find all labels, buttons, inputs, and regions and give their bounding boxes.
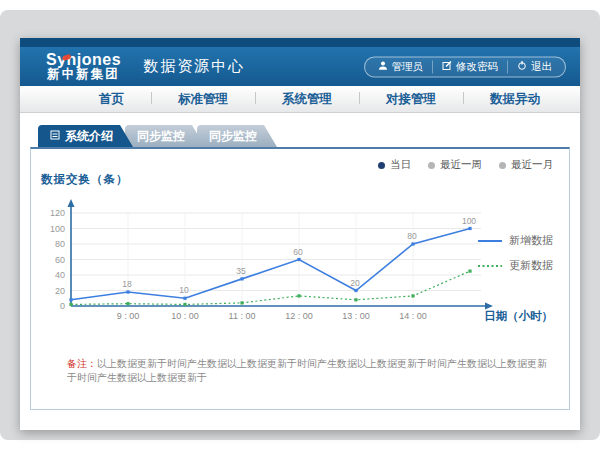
svg-text:80: 80: [55, 239, 65, 249]
nav-item-4[interactable]: 数据异动: [463, 91, 567, 108]
user-menu: 管理员修改密码退出: [364, 56, 567, 77]
svg-text:80: 80: [407, 231, 417, 241]
filter-label: 最近一周: [440, 158, 482, 172]
footer-note: 备注：以上数据更新于时间产生数据以上数据更新于时间产生数据以上数据更新于时间产生…: [67, 357, 547, 385]
top-strip: [20, 38, 580, 47]
filter-2[interactable]: 最近一月: [499, 158, 553, 172]
filter-label: 当日: [390, 158, 411, 172]
tab-bar: 系统介绍同步监控同步监控: [20, 125, 580, 147]
y-axis-title: 数据交换（条）: [41, 172, 129, 187]
svg-text:13 : 00: 13 : 00: [342, 311, 370, 321]
user-menu-label: 修改密码: [456, 60, 498, 74]
line-chart: 0204060801001209 : 0010 : 0011 : 0012 : …: [41, 191, 499, 323]
legend-line-sample: [478, 263, 502, 269]
tab-label: 同步监控: [209, 128, 257, 145]
radio-selected-icon: [378, 162, 385, 169]
svg-text:0: 0: [60, 301, 65, 311]
svg-text:40: 40: [55, 270, 65, 280]
content-panel: 当日最近一周最近一月 数据交换（条） 0204060801001209 : 00…: [30, 147, 570, 410]
nav-item-3[interactable]: 对接管理: [359, 91, 463, 108]
nav-item-0[interactable]: 首页: [72, 91, 151, 108]
radio-icon: [428, 162, 435, 169]
svg-text:60: 60: [55, 255, 65, 265]
tab-0[interactable]: 系统介绍: [38, 125, 133, 147]
svg-text:18: 18: [122, 279, 132, 289]
note-text: 以上数据更新于时间产生数据以上数据更新于时间产生数据以上数据更新于时间产生数据以…: [67, 358, 547, 383]
radio-icon: [499, 162, 506, 169]
main-nav: 首页标准管理系统管理对接管理数据异动: [20, 86, 580, 113]
app-header: Synjones 新中新集团 数据资源中心 管理员修改密码退出: [20, 47, 580, 86]
user-menu-item-0[interactable]: 管理员: [369, 60, 433, 73]
tab-label: 同步监控: [137, 128, 185, 145]
chart-container: 0204060801001209 : 0010 : 0011 : 0012 : …: [41, 191, 499, 327]
legend-label: 更新数据: [509, 258, 553, 273]
tab-label: 系统介绍: [65, 128, 113, 145]
time-range-filters: 当日最近一周最近一月: [378, 158, 553, 172]
svg-text:14 : 00: 14 : 00: [399, 311, 427, 321]
svg-text:100: 100: [462, 216, 476, 226]
svg-text:20: 20: [350, 278, 360, 288]
filter-label: 最近一月: [511, 158, 553, 172]
svg-text:12 : 00: 12 : 00: [285, 311, 313, 321]
legend-label: 新增数据: [509, 233, 553, 248]
legend-entry-1[interactable]: 更新数据: [478, 258, 553, 273]
legend-line-sample: [478, 238, 502, 244]
legend-entry-0[interactable]: 新增数据: [478, 233, 553, 248]
brand-logo-en: Synjones: [46, 52, 121, 69]
svg-text:35: 35: [236, 266, 246, 276]
svg-text:60: 60: [293, 247, 303, 257]
chart-legend: 新增数据更新数据: [478, 233, 553, 273]
user-icon: [378, 61, 388, 73]
x-axis-title: 日期（小时）: [484, 309, 553, 324]
svg-text:11 : 00: 11 : 00: [229, 311, 256, 321]
logout-icon: [517, 61, 527, 73]
user-menu-item-2[interactable]: 退出: [507, 60, 561, 73]
user-menu-label: 退出: [531, 60, 552, 74]
brand-logo-cn: 新中新集团: [46, 68, 121, 81]
user-menu-item-1[interactable]: 修改密码: [432, 60, 507, 73]
note-label: 备注：: [67, 358, 97, 369]
nav-item-1[interactable]: 标准管理: [151, 91, 255, 108]
tab-2[interactable]: 同步监控: [197, 125, 277, 147]
filter-1[interactable]: 最近一周: [428, 158, 482, 172]
app-window: Synjones 新中新集团 数据资源中心 管理员修改密码退出 首页标准管理系统…: [20, 38, 580, 430]
edit-icon: [442, 61, 452, 73]
svg-text:10: 10: [179, 285, 189, 295]
page-title: 数据资源中心: [143, 57, 245, 76]
nav-item-2[interactable]: 系统管理: [255, 91, 359, 108]
tab-1[interactable]: 同步监控: [125, 125, 205, 147]
svg-text:10 : 00: 10 : 00: [171, 311, 199, 321]
svg-text:9 : 00: 9 : 00: [117, 311, 140, 321]
svg-text:120: 120: [50, 208, 65, 218]
filter-0[interactable]: 当日: [378, 158, 411, 172]
svg-text:100: 100: [50, 224, 65, 234]
brand-logo: Synjones 新中新集团: [46, 52, 121, 82]
doc-icon: [50, 129, 60, 143]
svg-text:20: 20: [55, 286, 65, 296]
user-menu-label: 管理员: [392, 60, 424, 74]
